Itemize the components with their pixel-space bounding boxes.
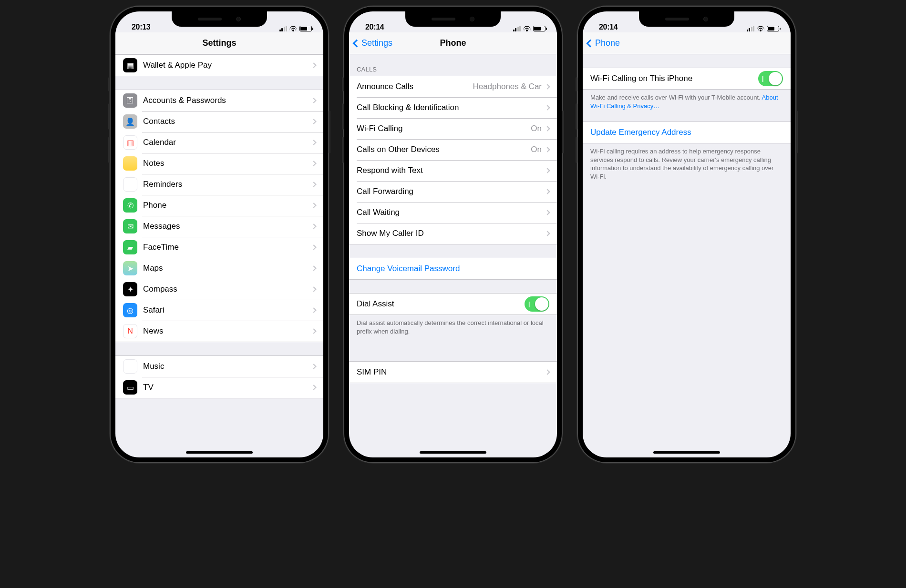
chevron-left-icon	[587, 39, 595, 47]
tv-icon: ▭	[123, 380, 137, 395]
calendar-icon: ▥	[123, 135, 137, 150]
chevron-right-icon	[545, 84, 550, 89]
cell-label: Announce Calls	[357, 82, 473, 91]
back-button[interactable]: Phone	[587, 38, 620, 48]
home-indicator[interactable]	[420, 451, 486, 454]
notch	[172, 11, 267, 27]
screen-settings: 20:13 Settings ▦Wallet & Apple Pay⚿Accou…	[115, 11, 323, 457]
settings-row-wallet[interactable]: ▦Wallet & Apple Pay	[115, 55, 323, 76]
battery-icon	[533, 26, 546, 31]
compass-icon: ✦	[123, 282, 137, 296]
calls-row-otherdevices[interactable]: Calls on Other DevicesOn	[349, 139, 557, 160]
cell-label: Calendar	[143, 138, 312, 147]
wifi-icon	[523, 26, 531, 31]
sim-pin-cell[interactable]: SIM PIN	[349, 362, 557, 383]
chevron-right-icon	[545, 369, 550, 375]
cell-label: Call Waiting	[357, 208, 546, 217]
settings-row-compass[interactable]: ✦Compass	[115, 279, 323, 300]
news-icon: N	[123, 324, 137, 338]
chevron-right-icon	[311, 98, 316, 103]
cell-label: News	[143, 326, 312, 336]
settings-row-safari[interactable]: ◎Safari	[115, 300, 323, 321]
cell-label: Dial Assist	[357, 299, 525, 309]
cell-label: SIM PIN	[357, 367, 546, 377]
emergency-address-footer: Wi-Fi calling requires an address to hel…	[583, 143, 791, 187]
settings-row-tv[interactable]: ▭TV	[115, 377, 323, 398]
settings-row-maps[interactable]: ➤Maps	[115, 258, 323, 279]
cell-label: Messages	[143, 222, 312, 231]
calls-row-forwarding[interactable]: Call Forwarding	[349, 181, 557, 202]
change-voicemail-password-button[interactable]: Change Voicemail Password	[349, 258, 557, 279]
status-time: 20:13	[132, 23, 150, 31]
cell-label: Accounts & Passwords	[143, 96, 312, 105]
battery-icon	[767, 26, 779, 31]
chevron-right-icon	[311, 385, 316, 390]
cell-label: Call Forwarding	[357, 187, 546, 196]
settings-row-accounts[interactable]: ⚿Accounts & Passwords	[115, 90, 323, 111]
cell-label: Maps	[143, 264, 312, 273]
settings-row-phone[interactable]: ✆Phone	[115, 195, 323, 216]
phone-frame-1: 20:13 Settings ▦Wallet & Apple Pay⚿Accou…	[110, 6, 329, 463]
wifi-calling-toggle-cell[interactable]: Wi-Fi Calling on This iPhone |	[583, 68, 791, 89]
chevron-right-icon	[311, 182, 316, 187]
cellular-signal-icon	[279, 26, 288, 31]
cell-label: Show My Caller ID	[357, 229, 546, 238]
phone-icon: ✆	[123, 198, 137, 213]
chevron-right-icon	[545, 168, 550, 173]
back-label: Phone	[595, 38, 620, 48]
status-time: 20:14	[599, 23, 618, 31]
settings-row-news[interactable]: NNews	[115, 321, 323, 342]
wifi-icon	[757, 26, 764, 31]
safari-icon: ◎	[123, 303, 137, 317]
cell-value: Headphones & Car	[473, 82, 542, 91]
settings-row-reminders[interactable]: ⋮Reminders	[115, 174, 323, 195]
calls-row-waiting[interactable]: Call Waiting	[349, 202, 557, 223]
cellular-signal-icon	[513, 26, 521, 31]
chevron-right-icon	[545, 126, 550, 131]
chevron-right-icon	[311, 307, 316, 313]
wifi-calling-footer: Make and receive calls over Wi-Fi with y…	[583, 90, 791, 117]
chevron-right-icon	[311, 119, 316, 124]
settings-row-messages[interactable]: ✉Messages	[115, 216, 323, 237]
dial-assist-toggle-cell[interactable]: Dial Assist |	[349, 294, 557, 314]
maps-icon: ➤	[123, 261, 137, 275]
notch	[639, 11, 734, 27]
cell-label: TV	[143, 383, 312, 392]
toggle-switch[interactable]: |	[758, 71, 783, 86]
section-header-calls: CALLS	[349, 54, 557, 76]
settings-row-calendar[interactable]: ▥Calendar	[115, 132, 323, 153]
chevron-right-icon	[311, 244, 316, 250]
settings-row-contacts[interactable]: 👤Contacts	[115, 111, 323, 132]
settings-row-facetime[interactable]: ▰FaceTime	[115, 237, 323, 258]
toggle-switch[interactable]: |	[525, 296, 549, 312]
cell-value: On	[531, 145, 542, 154]
cell-label: Phone	[143, 201, 312, 210]
cell-label: Music	[143, 362, 312, 371]
nav-bar: Phone	[583, 32, 791, 54]
calls-row-announce[interactable]: Announce CallsHeadphones & Car	[349, 76, 557, 97]
notch	[405, 11, 501, 27]
cell-label: Call Blocking & Identification	[357, 103, 546, 112]
settings-row-notes[interactable]: Notes	[115, 153, 323, 174]
chevron-right-icon	[545, 210, 550, 215]
home-indicator[interactable]	[653, 451, 720, 454]
calls-row-blocking[interactable]: Call Blocking & Identification	[349, 97, 557, 118]
back-button[interactable]: Settings	[354, 38, 392, 48]
home-indicator[interactable]	[186, 451, 253, 454]
settings-row-music[interactable]: ♫Music	[115, 356, 323, 377]
wifi-icon	[289, 26, 297, 31]
cell-label: Wi-Fi Calling	[357, 124, 531, 133]
page-title: Settings	[202, 38, 236, 48]
cell-value: On	[531, 124, 542, 133]
cell-label: Respond with Text	[357, 166, 546, 175]
update-emergency-address-button[interactable]: Update Emergency Address	[583, 122, 791, 143]
cell-label: FaceTime	[143, 243, 312, 252]
phone-frame-2: 20:14 Settings Phone CALLS Announce Call…	[343, 6, 563, 463]
calls-row-callerid[interactable]: Show My Caller ID	[349, 223, 557, 244]
calls-row-wificalling[interactable]: Wi-Fi CallingOn	[349, 118, 557, 139]
messages-icon: ✉	[123, 219, 137, 233]
notes-icon	[123, 156, 137, 171]
screen-wifi-calling: 20:14 Phone Wi-Fi Calling on This iPhone…	[583, 11, 791, 457]
chevron-left-icon	[353, 39, 361, 47]
calls-row-respondtext[interactable]: Respond with Text	[349, 160, 557, 181]
